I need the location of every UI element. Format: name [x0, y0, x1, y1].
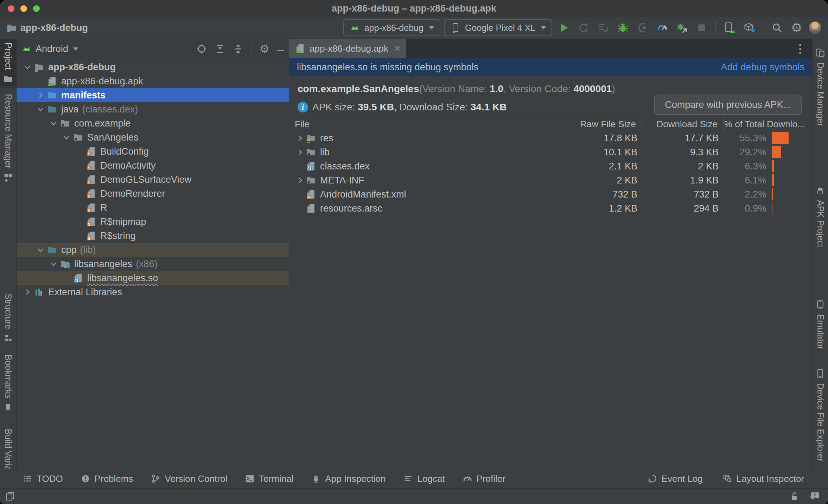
chevron-down-icon[interactable] — [47, 119, 59, 127]
stripe-tab-bookmarks[interactable]: Bookmarks — [3, 351, 13, 415]
apply-code-changes-button[interactable] — [595, 20, 611, 36]
device-select[interactable]: Google Pixel 4 XL — [444, 19, 552, 36]
chevron-down-icon[interactable] — [34, 246, 46, 254]
tree-item[interactable]: 01libsanangeles.so — [17, 271, 289, 285]
window-controls — [0, 5, 40, 12]
toolwindow-button-problems[interactable]: Problems — [81, 473, 133, 484]
tree-item[interactable]: External Libraries — [17, 285, 289, 299]
column-header-percent[interactable]: % of Total Downlo... — [723, 117, 812, 131]
locate-file-button[interactable] — [196, 44, 207, 54]
panel-options-button[interactable]: ⚙ — [259, 43, 269, 54]
left-tool-stripe: ProjectResource ManagerStructureBookmark… — [0, 39, 17, 469]
run-configuration-select[interactable]: app-x86-debug — [343, 19, 440, 36]
tree-item-label: R$string — [100, 231, 136, 241]
stripe-tab-structure[interactable]: Structure — [3, 290, 13, 346]
collapse-all-button[interactable] — [233, 44, 243, 54]
chevron-right-icon[interactable] — [34, 91, 46, 99]
tree-item-label: DemoActivity — [100, 160, 156, 171]
stripe-tab-project[interactable]: Project — [0, 39, 16, 88]
sdk-manager-button[interactable] — [741, 20, 757, 36]
tree-item[interactable]: java(classes.dex) — [17, 102, 289, 116]
apply-changes-button[interactable]: A — [575, 20, 592, 36]
toolwindow-button-todo[interactable]: TODO — [23, 473, 63, 484]
tree-item[interactable]: SDemoRenderer — [17, 187, 289, 201]
chevron-right-icon[interactable] — [295, 134, 305, 142]
stripe-tab-device-manager[interactable]: Device Manager — [815, 44, 826, 130]
chevron-down-icon[interactable] — [60, 134, 72, 141]
tree-item[interactable]: SanAngeles — [17, 130, 289, 144]
add-debug-symbols-link[interactable]: Add debug symbols — [721, 62, 804, 73]
tree-item-label: java — [61, 104, 79, 115]
toolwindow-button-label: Problems — [95, 473, 133, 484]
sb-structure-icon — [4, 334, 13, 343]
compare-apk-button[interactable]: Compare with previous APK... — [654, 95, 802, 115]
column-header-raw-size[interactable]: Raw File Size — [560, 117, 642, 131]
column-header-download-size[interactable]: Download Size — [642, 117, 723, 131]
run-button[interactable] — [556, 20, 572, 36]
profile-low-overhead-button[interactable] — [674, 20, 690, 36]
feedback-icon[interactable] — [810, 491, 820, 502]
close-tab-icon[interactable]: × — [395, 43, 400, 54]
running-devices-button[interactable] — [721, 20, 738, 36]
stripe-tab-resource-manager[interactable]: Resource Manager — [3, 90, 13, 186]
toolwindow-button-event-log[interactable]: Event Log — [648, 473, 703, 484]
table-row[interactable]: 01classes.dex2.1 KB2 KB6.3% — [289, 159, 812, 173]
raw-file-size: 732 B — [562, 189, 643, 200]
apk-size: 39.5 KB — [358, 102, 394, 112]
tree-item-suffix: (x86) — [136, 259, 158, 270]
toolwindow-button-app-inspection[interactable]: App Inspection — [311, 473, 386, 484]
profile-button[interactable] — [654, 20, 670, 36]
chevron-down-icon[interactable] — [47, 260, 59, 268]
tree-item[interactable]: SR — [17, 201, 289, 215]
tree-item[interactable]: app-x86-debug.apk — [17, 74, 289, 88]
toolwindow-button-version-control[interactable]: Version Control — [151, 473, 227, 484]
chevron-down-icon[interactable] — [34, 105, 46, 113]
chevron-down-icon[interactable] — [21, 63, 33, 71]
tree-item[interactable]: SBuildConfig — [17, 144, 289, 159]
chevron-right-icon[interactable] — [295, 176, 305, 184]
chevron-right-icon[interactable] — [295, 148, 305, 156]
project-view-selector[interactable]: Android — [21, 44, 78, 54]
user-avatar[interactable] — [808, 21, 822, 34]
close-window-button[interactable] — [8, 5, 14, 12]
minimize-window-button[interactable] — [20, 5, 27, 12]
expand-all-button[interactable] — [215, 44, 225, 54]
tree-item[interactable]: libsanangeles(x86) — [17, 257, 289, 271]
tree-item[interactable]: cpp(lib) — [17, 243, 289, 257]
attach-debugger-button[interactable] — [635, 20, 651, 36]
settings-button[interactable]: ⚙ — [789, 20, 805, 36]
stripe-tab-emulator[interactable]: Emulator — [815, 296, 826, 353]
table-row[interactable]: ?resources.arsc1.2 KB294 B0.9% — [289, 201, 812, 215]
tree-item[interactable]: app-x86-debug — [17, 60, 289, 74]
unlock-icon[interactable] — [789, 491, 800, 502]
debug-button[interactable] — [615, 20, 631, 36]
download-size: 17.7 KB — [643, 133, 724, 144]
toolwindow-button-profiler[interactable]: Profiler — [463, 473, 505, 484]
arsc-file-icon: ? — [306, 203, 316, 214]
tree-item[interactable]: SDemoGLSurfaceView — [17, 173, 289, 187]
zoom-window-button[interactable] — [33, 5, 40, 12]
editor-tab-apk[interactable]: app-x86-debug.apk × — [289, 39, 406, 58]
table-row[interactable]: res17.8 KB17.7 KB55.3% — [289, 131, 812, 145]
tree-item[interactable]: SR$mipmap — [17, 215, 289, 229]
toolwindow-button-logcat[interactable]: Logcat — [403, 473, 445, 484]
project-chip[interactable]: app-x86-debug — [6, 22, 88, 33]
tree-item[interactable]: com.example — [17, 116, 289, 130]
editor-options-kebab-icon[interactable]: ⋮ — [788, 39, 812, 58]
stripe-tab-device-file-explorer[interactable]: Device File Explorer — [815, 365, 826, 465]
tree-item[interactable]: manifests — [17, 88, 289, 102]
tool-window-switcher-icon[interactable] — [5, 491, 15, 502]
stop-button[interactable] — [694, 20, 710, 36]
chevron-right-icon[interactable] — [21, 288, 33, 296]
tree-item[interactable]: SDemoActivity — [17, 159, 289, 173]
table-row[interactable]: META-INF2 KB1.9 KB6.1% — [289, 173, 812, 187]
table-row[interactable]: <>AndroidManifest.xml732 B732 B2.2% — [289, 187, 812, 201]
bb-profiler-icon — [463, 474, 472, 484]
toolwindow-button-layout-inspector[interactable]: Layout Inspector — [722, 473, 804, 484]
stripe-tab-apk-project[interactable]: APK Project — [815, 182, 826, 251]
search-everywhere-button[interactable] — [769, 20, 785, 36]
toolwindow-button-terminal[interactable]: Terminal — [245, 473, 293, 484]
tree-item[interactable]: SR$string — [17, 229, 289, 243]
column-header-file[interactable]: File — [289, 117, 560, 131]
table-row[interactable]: lib10.1 KB9.3 KB29.2% — [289, 145, 812, 159]
